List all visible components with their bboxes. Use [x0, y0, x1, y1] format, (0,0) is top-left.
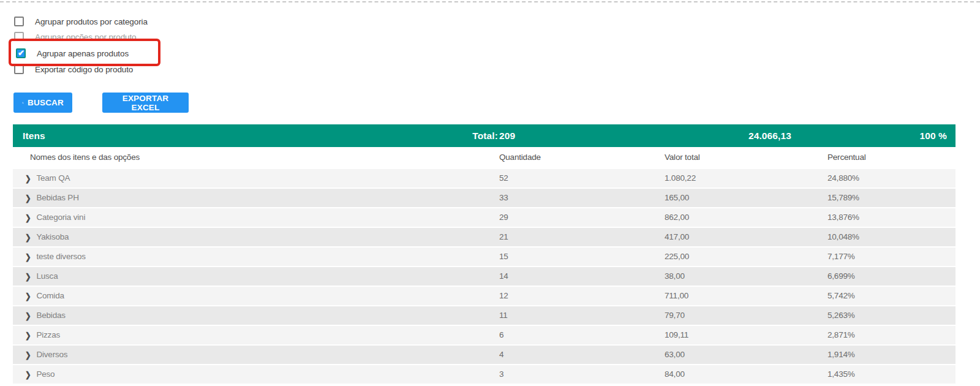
expand-chevron-icon[interactable]: ❯ — [25, 227, 31, 248]
row-percent-cell: 5,742% — [823, 287, 956, 305]
item-name: Peso — [36, 369, 55, 379]
item-name: Categoria vini — [36, 213, 85, 222]
checkbox-label[interactable]: Agrupar apenas produtos — [37, 49, 129, 58]
expand-chevron-icon[interactable]: ❯ — [25, 286, 31, 307]
row-quantity-cell: 29 — [494, 208, 660, 227]
item-name: Team QA — [36, 173, 70, 183]
items-report-table: Itens Total: 209 24.066,13 100 % Nomes d… — [13, 124, 956, 384]
checkbox-group-by-category[interactable] — [14, 17, 24, 26]
row-value-cell: 84,00 — [660, 365, 823, 384]
row-percent-cell: 1,435% — [823, 365, 956, 384]
buscar-button-label: BUSCAR — [28, 98, 64, 107]
table-column-headers: Nomes dos itens e das opções Quantidade … — [13, 147, 956, 168]
exportar-excel-button[interactable]: EXPORTAR EXCEL — [102, 93, 189, 113]
column-header-value: Valor total — [660, 147, 823, 168]
row-quantity-cell: 15 — [494, 248, 660, 266]
expand-chevron-icon[interactable]: ❯ — [25, 364, 31, 385]
row-value-cell: 165,00 — [660, 189, 823, 207]
table-row[interactable]: ❯Peso384,001,435% — [13, 364, 956, 384]
checkbox-label[interactable]: Exportar código do produto — [35, 65, 133, 74]
table-row[interactable]: ❯teste diversos15225,007,177% — [13, 246, 956, 266]
checkbox-label[interactable]: Agrupar produtos por categoria — [35, 17, 148, 26]
row-name-cell: ❯Categoria vini — [13, 208, 494, 227]
checkbox-group-products-only[interactable]: ✔ — [16, 48, 26, 58]
table-row[interactable]: ❯Comida12711,005,742% — [13, 286, 956, 305]
row-quantity-cell: 6 — [494, 326, 660, 344]
row-percent-cell: 1,914% — [823, 346, 956, 364]
expand-chevron-icon[interactable]: ❯ — [25, 305, 31, 327]
row-percent-cell: 10,048% — [823, 228, 956, 246]
option-export-product-code[interactable]: Exportar código do produto — [14, 64, 133, 74]
row-quantity-cell: 21 — [494, 228, 660, 246]
item-name: teste diversos — [36, 252, 86, 261]
item-name: Comida — [36, 291, 64, 300]
search-icon — [22, 99, 24, 107]
row-value-cell: 109,11 — [660, 326, 823, 344]
row-value-cell: 38,00 — [660, 267, 823, 286]
expand-chevron-icon[interactable]: ❯ — [25, 325, 31, 346]
row-quantity-cell: 12 — [494, 287, 660, 305]
expand-chevron-icon[interactable]: ❯ — [25, 246, 31, 268]
table-row[interactable]: ❯Pizzas6109,112,871% — [13, 325, 956, 344]
buscar-button[interactable]: BUSCAR — [13, 93, 72, 113]
expand-chevron-icon[interactable]: ❯ — [25, 266, 31, 287]
row-value-cell: 1.080,22 — [660, 169, 823, 187]
checkbox-export-product-code[interactable] — [14, 64, 24, 74]
row-percent-cell: 5,263% — [823, 306, 956, 325]
option-group-products-only[interactable]: ✔ Agrupar apenas produtos — [16, 48, 129, 58]
table-row[interactable]: ❯Team QA521.080,2224,880% — [13, 168, 956, 187]
top-dashed-divider — [0, 1, 980, 2]
row-name-cell: ❯Yakisoba — [13, 228, 494, 246]
checkbox-group-options-by-product[interactable] — [14, 32, 24, 39]
row-value-cell: 862,00 — [660, 208, 823, 227]
total-quantity: 209 — [499, 124, 515, 147]
item-name: Bebidas PH — [36, 193, 78, 202]
table-row[interactable]: ❯Lusca1438,006,699% — [13, 266, 956, 286]
total-label: Total: — [442, 124, 498, 147]
row-percent-cell: 24,880% — [823, 169, 956, 187]
table-row[interactable]: ❯Diversos463,001,914% — [13, 344, 956, 364]
column-header-quantity: Quantidade — [494, 147, 660, 168]
row-percent-cell: 7,177% — [823, 248, 956, 266]
expand-chevron-icon[interactable]: ❯ — [25, 344, 31, 366]
option-group-options-by-product[interactable]: Agrupar opções por produto — [14, 32, 137, 39]
expand-chevron-icon[interactable]: ❯ — [25, 168, 31, 189]
item-name: Diversos — [36, 350, 67, 359]
check-icon: ✔ — [18, 48, 24, 58]
table-body: ❯Team QA521.080,2224,880%❯Bebidas PH3316… — [13, 168, 956, 384]
item-name: Yakisoba — [36, 232, 69, 241]
expand-chevron-icon[interactable]: ❯ — [25, 187, 31, 209]
row-quantity-cell: 3 — [494, 365, 660, 384]
item-name: Bebidas — [36, 311, 65, 320]
total-percent: 100 % — [920, 124, 947, 147]
table-row[interactable]: ❯Bebidas1179,705,263% — [13, 305, 956, 325]
table-row[interactable]: ❯Bebidas PH33165,0015,789% — [13, 187, 956, 207]
row-name-cell: ❯Diversos — [13, 346, 494, 364]
column-header-names: Nomes dos itens e das opções — [13, 147, 494, 168]
table-row[interactable]: ❯Yakisoba21417,0010,048% — [13, 227, 956, 246]
row-name-cell: ❯teste diversos — [13, 248, 494, 266]
table-title: Itens — [23, 124, 45, 147]
row-percent-cell: 13,876% — [823, 208, 956, 227]
table-total-header: Itens Total: 209 24.066,13 100 % — [13, 124, 956, 147]
row-value-cell: 711,00 — [660, 287, 823, 305]
exportar-excel-button-label: EXPORTAR EXCEL — [111, 94, 180, 112]
row-quantity-cell: 4 — [494, 346, 660, 364]
row-name-cell: ❯Comida — [13, 287, 494, 305]
column-header-percent: Percentual — [823, 147, 956, 168]
checkbox-label[interactable]: Agrupar opções por produto — [35, 32, 137, 39]
row-name-cell: ❯Lusca — [13, 267, 494, 286]
item-name: Pizzas — [36, 330, 60, 339]
row-value-cell: 63,00 — [660, 346, 823, 364]
row-name-cell: ❯Pizzas — [13, 326, 494, 344]
row-name-cell: ❯Bebidas PH — [13, 189, 494, 207]
expand-chevron-icon[interactable]: ❯ — [25, 207, 31, 229]
total-value: 24.066,13 — [748, 124, 791, 147]
table-row[interactable]: ❯Categoria vini29862,0013,876% — [13, 207, 956, 227]
row-name-cell: ❯Team QA — [13, 169, 494, 187]
row-percent-cell: 6,699% — [823, 267, 956, 286]
row-value-cell: 225,00 — [660, 248, 823, 266]
row-percent-cell: 2,871% — [823, 326, 956, 344]
option-group-by-category[interactable]: Agrupar produtos por categoria — [14, 17, 148, 26]
item-name: Lusca — [36, 271, 58, 281]
